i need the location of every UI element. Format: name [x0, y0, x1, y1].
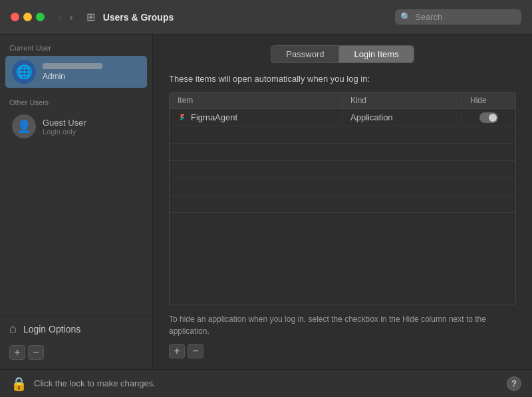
empty-row [170, 144, 515, 161]
current-user-info: Admin [43, 63, 102, 81]
add-item-button[interactable]: + [169, 344, 185, 358]
table-cell-kind: Application [342, 110, 462, 125]
description-text: These items will open automatically when… [169, 74, 516, 84]
empty-row [170, 196, 515, 213]
search-icon: 🔍 [400, 12, 411, 22]
help-button[interactable]: ? [507, 376, 521, 391]
figma-icon [178, 113, 187, 122]
guest-user-name: Guest User [43, 118, 86, 128]
other-users-section-label: Other Users [0, 94, 152, 109]
forward-button[interactable]: › [66, 10, 75, 25]
empty-row [170, 126, 515, 144]
app-name: FigmaAgent [191, 112, 237, 122]
add-remove-row: + − [169, 344, 516, 358]
guest-user-sub: Login only [43, 128, 86, 136]
bottom-text: Click the lock to make changes. [34, 378, 500, 388]
back-button[interactable]: ‹ [55, 10, 64, 25]
empty-row [170, 213, 515, 230]
remove-item-button[interactable]: − [188, 344, 203, 358]
close-button[interactable] [11, 13, 19, 21]
table-header: Item Kind Hide [170, 92, 515, 109]
lock-icon[interactable]: 🔒 [11, 376, 27, 392]
minimize-button[interactable] [23, 13, 32, 21]
bottom-bar: 🔒 Click the lock to make changes. ? [0, 369, 532, 397]
table-cell-item: FigmaAgent [170, 110, 342, 125]
tab-password[interactable]: Password [271, 45, 338, 63]
tabs-row: Password Login Items [169, 45, 516, 63]
current-user-item[interactable]: 🌐 Admin [5, 56, 147, 88]
nav-arrows: ‹ › [55, 10, 76, 25]
window-title: Users & Groups [103, 12, 387, 23]
search-input[interactable] [415, 12, 516, 22]
empty-row [170, 161, 515, 178]
tab-login-items[interactable]: Login Items [338, 45, 414, 63]
sidebar: Current User 🌐 Admin Other Users 👤 Guest… [0, 35, 153, 369]
traffic-lights [11, 13, 45, 21]
login-options-item[interactable]: ⌂ Login Options [0, 316, 152, 341]
items-table: Item Kind Hide FigmaAgent [169, 92, 516, 305]
house-icon: ⌂ [9, 322, 17, 336]
footer-note: To hide an application when you log in, … [169, 313, 516, 337]
remove-user-button[interactable]: − [28, 345, 44, 360]
table-cell-hide[interactable] [462, 110, 515, 126]
guest-user-item[interactable]: 👤 Guest User Login only [5, 110, 147, 142]
current-user-name-blurred [43, 63, 102, 69]
col-header-kind: Kind [342, 92, 462, 108]
search-bar[interactable]: 🔍 [395, 9, 521, 25]
sidebar-bottom-buttons: + − [0, 341, 152, 364]
login-options-label: Login Options [23, 324, 80, 334]
col-header-hide: Hide [462, 92, 515, 108]
current-user-section-label: Current User [0, 40, 152, 55]
titlebar: ‹ › ⊞ Users & Groups 🔍 [0, 0, 532, 35]
app-kind: Application [350, 112, 393, 122]
current-user-avatar: 🌐 [12, 60, 36, 84]
table-row: FigmaAgent Application [170, 109, 515, 126]
current-user-role: Admin [43, 72, 102, 81]
col-header-item: Item [170, 92, 342, 108]
main-content: Current User 🌐 Admin Other Users 👤 Guest… [0, 35, 532, 369]
empty-row [170, 178, 515, 196]
right-panel: Password Login Items These items will op… [153, 35, 532, 369]
grid-icon: ⊞ [86, 11, 95, 23]
table-body: FigmaAgent Application [170, 109, 515, 305]
guest-user-info: Guest User Login only [43, 118, 86, 136]
add-user-button[interactable]: + [9, 345, 25, 360]
guest-user-avatar: 👤 [12, 114, 36, 138]
hide-toggle[interactable] [479, 112, 498, 123]
fullscreen-button[interactable] [36, 13, 45, 21]
